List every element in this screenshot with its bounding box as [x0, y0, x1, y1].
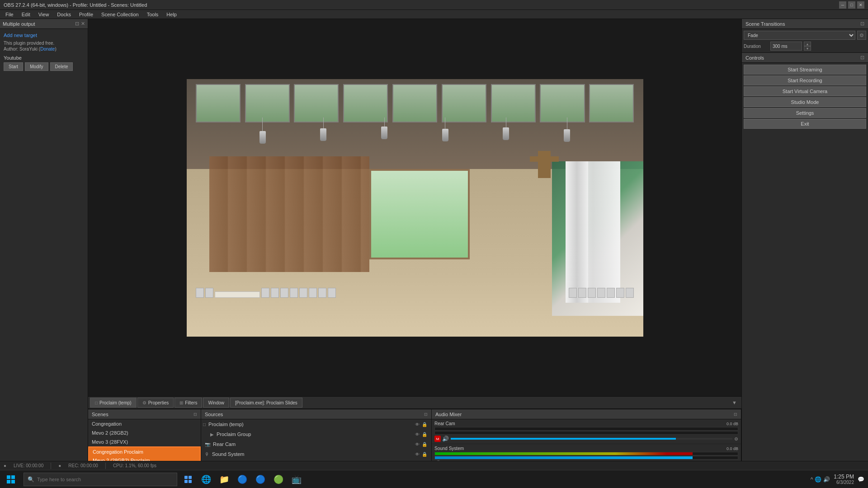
- transition-select-row: Fade Cut Swipe ⚙: [744, 31, 866, 40]
- tabs-arrow-icon[interactable]: ▼: [729, 400, 740, 405]
- plugin-text: This plugin provided free.: [4, 41, 84, 46]
- source-proclaim-temp-vis[interactable]: 👁: [414, 421, 420, 427]
- controls-title: Controls: [745, 55, 764, 61]
- source-proclaim-group-label: Proclaim Group: [217, 432, 251, 437]
- settings-button[interactable]: Settings: [744, 108, 866, 118]
- preview-image: [187, 79, 643, 337]
- taskbar-start-button[interactable]: [0, 470, 22, 488]
- audio-rear-cam-slider[interactable]: [451, 438, 732, 440]
- notification-icon[interactable]: 💬: [858, 476, 864, 483]
- source-sound-system-vis[interactable]: 👁: [414, 451, 420, 457]
- source-rear-cam-lock[interactable]: 🔒: [421, 441, 428, 447]
- donate-link[interactable]: Donate: [40, 47, 55, 52]
- audio-rear-cam-settings[interactable]: ⚙: [734, 436, 738, 441]
- audio-sound-system-fill2: [435, 456, 693, 459]
- tab-filters-icon: ⊞: [179, 400, 183, 405]
- source-item-sound-system[interactable]: 🎙 Sound System 👁 🔒: [201, 449, 431, 459]
- source-item-rear-cam[interactable]: 📷 Rear Cam 👁 🔒: [201, 439, 431, 449]
- source-item-proclaim-group[interactable]: ▶ Proclaim Group 👁 🔒: [201, 429, 431, 439]
- mo-delete-button[interactable]: Delete: [50, 62, 73, 71]
- mo-close-icon[interactable]: ✕: [81, 21, 85, 27]
- close-button[interactable]: ✕: [857, 1, 864, 9]
- menu-tools[interactable]: Tools: [143, 11, 162, 18]
- taskbar-icon7[interactable]: 📺: [288, 470, 306, 488]
- taskbar-chrome[interactable]: 🌐: [197, 470, 215, 488]
- author-text: Author: SoraYuki (Donate): [4, 47, 84, 52]
- tray-network-icon[interactable]: 🌐: [815, 476, 821, 483]
- menu-edit[interactable]: Edit: [18, 11, 34, 18]
- taskbar-search-box[interactable]: 🔍: [24, 473, 177, 486]
- menu-view[interactable]: View: [35, 11, 53, 18]
- audio-rear-cam-mute-indicator[interactable]: M: [434, 436, 441, 442]
- audio-rear-cam-level: [434, 427, 738, 431]
- transition-gear-button[interactable]: ⚙: [857, 31, 866, 40]
- tray-speaker-icon[interactable]: 🔊: [823, 476, 830, 483]
- taskbar-task-view[interactable]: [179, 470, 197, 488]
- source-item-proclaim-temp[interactable]: □ Proclaim (temp) 👁 🔒: [201, 419, 431, 429]
- mo-modify-button[interactable]: Modify: [25, 62, 48, 71]
- obs-rec-icon: ●: [58, 463, 61, 468]
- source-mic-icon: 🎙: [205, 452, 209, 457]
- source-proclaim-temp-controls: 👁 🔒: [414, 421, 428, 427]
- tab-proclaim-temp[interactable]: □ Proclaim (temp): [90, 398, 137, 408]
- studio-mode-button[interactable]: Studio Mode: [744, 97, 866, 107]
- taskbar-icon4[interactable]: 🔵: [233, 470, 251, 488]
- scene-item-congregation[interactable]: Congregation: [88, 419, 201, 428]
- scene-item-mevo2[interactable]: Mevo 2 (28GB2): [88, 428, 201, 437]
- taskbar-icon5[interactable]: 🔵: [251, 470, 269, 488]
- audio-rear-cam-level2: [434, 431, 738, 435]
- add-new-target-link[interactable]: Add new target: [4, 33, 37, 38]
- scenes-expand-icon[interactable]: ⊡: [193, 412, 197, 417]
- duration-up-button[interactable]: ▲: [804, 42, 811, 46]
- source-sound-system-lock[interactable]: 🔒: [421, 451, 428, 457]
- source-proclaim-group-lock[interactable]: 🔒: [421, 431, 428, 437]
- tab-window[interactable]: Window: [203, 398, 229, 408]
- sources-expand-icon[interactable]: ⊡: [424, 412, 428, 417]
- menu-file[interactable]: File: [2, 11, 17, 18]
- sources-header: Sources ⊡: [201, 409, 431, 419]
- maximize-button[interactable]: □: [848, 1, 855, 9]
- svg-rect-2: [7, 480, 10, 483]
- source-proclaim-temp-label: Proclaim (temp): [208, 422, 244, 427]
- source-proclaim-group-vis[interactable]: 👁: [414, 431, 420, 437]
- status-separator1: [51, 463, 51, 469]
- scene-transitions-expand-icon[interactable]: ⊡: [860, 21, 864, 27]
- tray-arrow-icon[interactable]: ^: [811, 476, 813, 483]
- duration-spinner: ▲ ▼: [804, 42, 811, 51]
- tab-proclaim-slides[interactable]: [Proclaim.exe]: Proclaim Slides: [230, 398, 302, 408]
- mo-float-icon[interactable]: ⊡: [75, 21, 79, 27]
- taskbar-explorer[interactable]: 📁: [215, 470, 233, 488]
- scene-item-congregation-proclaim[interactable]: Congregation Proclaim: [89, 447, 200, 456]
- taskbar-icon6[interactable]: 🟢: [269, 470, 288, 488]
- scene-item-mevo3[interactable]: Mevo 3 (28FVX): [88, 437, 201, 446]
- minimize-button[interactable]: ─: [839, 1, 846, 9]
- start-streaming-button[interactable]: Start Streaming: [744, 65, 866, 75]
- exit-button[interactable]: Exit: [744, 119, 866, 129]
- tab-filters-label: Filters: [185, 400, 197, 405]
- duration-input[interactable]: [770, 42, 802, 51]
- duration-down-button[interactable]: ▼: [804, 46, 811, 51]
- tab-filters[interactable]: ⊞ Filters: [175, 398, 202, 408]
- menu-help[interactable]: Help: [163, 11, 180, 18]
- menu-scene-collection[interactable]: Scene Collection: [98, 11, 142, 18]
- source-rear-cam-vis[interactable]: 👁: [414, 441, 420, 447]
- start-virtual-camera-button[interactable]: Start Virtual Camera: [744, 86, 866, 96]
- source-proclaim-temp-lock[interactable]: 🔒: [421, 421, 428, 427]
- audio-expand-icon[interactable]: ⊡: [734, 412, 737, 417]
- search-input[interactable]: [37, 477, 173, 482]
- start-recording-button[interactable]: Start Recording: [744, 75, 866, 85]
- transition-dropdown[interactable]: Fade Cut Swipe: [744, 31, 855, 40]
- mo-start-button[interactable]: Start: [4, 62, 23, 71]
- audio-mixer-title: Audio Mixer: [435, 412, 462, 417]
- menu-docks[interactable]: Docks: [53, 11, 75, 18]
- system-clock[interactable]: 1:25 PM 6/3/2022: [834, 474, 854, 485]
- controls-expand-icon[interactable]: ⊡: [860, 55, 864, 61]
- tab-properties[interactable]: ⚙ Properties: [137, 398, 174, 408]
- audio-rear-cam-vol-icon[interactable]: 🔊: [442, 436, 449, 442]
- youtube-label: Youtube: [4, 55, 84, 61]
- menu-profile[interactable]: Profile: [75, 11, 97, 18]
- scene-transitions-header: Scene Transitions ⊡: [742, 19, 868, 29]
- svg-rect-0: [7, 475, 10, 479]
- scenes-header: Scenes ⊡: [88, 409, 201, 419]
- multiple-output-header: Multiple output ⊡ ✕: [0, 19, 88, 29]
